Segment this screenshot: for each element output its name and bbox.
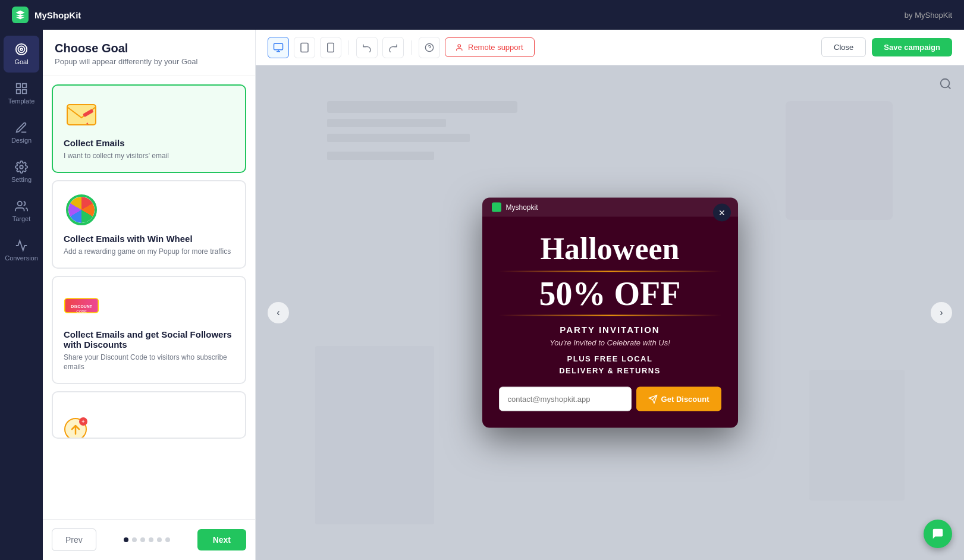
main-layout: Goal Template Design Setting <box>0 30 964 560</box>
svg-rect-5 <box>17 90 20 93</box>
popup-header-bar: Myshopkit <box>482 198 738 217</box>
redo-button[interactable] <box>382 37 404 58</box>
goal-desc-win-wheel: Add a rewarding game on my Popup for mor… <box>64 247 234 257</box>
app-title: MyShopKit <box>34 10 81 20</box>
goal-title-discounts: Collect Emails and get Social Followers … <box>64 329 234 350</box>
next-button[interactable]: Next <box>197 529 246 550</box>
sidebar-item-goal-label: Goal <box>14 58 28 65</box>
goal-list: Collect Emails I want to collect my visi… <box>43 75 255 519</box>
sidebar-item-conversion-label: Conversion <box>5 254 38 262</box>
svg-rect-21 <box>328 43 334 52</box>
help-button[interactable] <box>419 37 440 58</box>
prev-button[interactable]: Prev <box>52 528 96 551</box>
preview-arrow-left[interactable]: ‹ <box>268 302 289 323</box>
dot-4 <box>149 537 153 542</box>
remote-support-button[interactable]: Remote support <box>445 37 535 57</box>
sidebar-item-target[interactable]: Target <box>4 193 39 229</box>
popup-title: Halloween <box>499 231 721 266</box>
popup-modal: Myshopkit ✕ Halloween 50% OFF PARTY INVI… <box>482 198 738 428</box>
win-wheel-icon <box>64 192 99 228</box>
dot-1 <box>124 537 128 542</box>
sidebar-item-design-label: Design <box>11 137 32 144</box>
goal-desc-discounts: Share your Discount Code to visitors who… <box>64 353 234 373</box>
svg-point-1 <box>18 46 25 53</box>
popup-cta-button[interactable]: Get Discount <box>636 387 721 411</box>
close-button[interactable]: Close <box>821 37 866 57</box>
goal-card-win-wheel[interactable]: Collect Emails with Win Wheel Add a rewa… <box>52 180 246 269</box>
dot-2 <box>132 537 137 542</box>
preview-area: ‹ › Myshopkit ✕ Halloween 50% OFF <box>256 65 964 560</box>
remote-support-label: Remote support <box>468 43 523 52</box>
svg-rect-4 <box>23 84 26 87</box>
svg-rect-3 <box>17 84 20 87</box>
undo-button[interactable] <box>356 37 378 58</box>
svg-rect-19 <box>301 43 308 52</box>
save-campaign-button[interactable]: Save campaign <box>872 38 952 56</box>
goal-title-collect-emails: Collect Emails <box>64 138 234 148</box>
popup-brand-logo <box>492 203 501 212</box>
mobile-view-button[interactable] <box>320 37 341 58</box>
popup-delivery: PLUS FREE LOCALDELIVERY & RETURNS <box>499 353 721 376</box>
sidebar-item-conversion[interactable]: Conversion <box>4 232 39 269</box>
svg-rect-9 <box>67 105 96 125</box>
panel-title: Choose Goal <box>55 42 243 55</box>
topbar: MyShopKit by MyShopKit <box>0 0 964 30</box>
left-panel: Choose Goal Popup will appear differentl… <box>43 30 256 560</box>
tablet-view-button[interactable] <box>294 37 315 58</box>
svg-point-2 <box>20 48 23 51</box>
svg-text:DISCOUNT: DISCOUNT <box>71 304 93 309</box>
svg-rect-6 <box>23 90 26 93</box>
popup-divider-bottom <box>499 315 721 316</box>
sidebar-item-target-label: Target <box>12 215 31 222</box>
popup-content: Halloween 50% OFF PARTY INVITATION You'r… <box>482 217 738 428</box>
goal-card-discounts[interactable]: DISCOUNT CODE Collect Emails and get Soc… <box>52 276 246 385</box>
sidebar-nav: Goal Template Design Setting <box>0 30 43 560</box>
toolbar-left: Remote support <box>268 37 535 58</box>
popup-divider-top <box>499 271 721 272</box>
svg-point-8 <box>18 202 22 206</box>
goal-title-win-wheel: Collect Emails with Win Wheel <box>64 234 234 244</box>
sidebar-item-setting[interactable]: Setting <box>4 153 39 190</box>
dot-3 <box>140 537 145 542</box>
pagination-dots <box>124 537 170 542</box>
right-area: Remote support Close Save campaign <box>256 30 964 560</box>
collect-emails-icon <box>64 96 99 132</box>
svg-point-7 <box>20 165 23 169</box>
dot-6 <box>165 537 170 542</box>
sidebar-item-design[interactable]: Design <box>4 114 39 151</box>
svg-text:CODE: CODE <box>76 310 86 313</box>
popup-desc: You're Invited to Celebrate with Us! <box>499 338 721 347</box>
panel-subtitle: Popup will appear differently by your Go… <box>55 57 243 66</box>
desktop-view-button[interactable] <box>268 37 289 58</box>
discount-icon: DISCOUNT CODE <box>64 288 99 323</box>
toolbar-right: Close Save campaign <box>821 37 952 57</box>
popup-brand-name: Myshopkit <box>506 203 538 212</box>
svg-point-25 <box>458 44 461 47</box>
popup-discount: 50% OFF <box>499 277 721 310</box>
svg-point-26 <box>941 79 950 88</box>
dot-5 <box>157 537 162 542</box>
logo-icon <box>12 7 29 23</box>
sidebar-item-template[interactable]: Template <box>4 75 39 112</box>
topbar-byline: by MyShopKit <box>905 11 952 20</box>
popup-email-input[interactable] <box>499 387 632 411</box>
chat-bubble-button[interactable] <box>924 520 952 548</box>
popup-close-button[interactable]: ✕ <box>713 204 731 222</box>
goal-card-collect-emails[interactable]: Collect Emails I want to collect my visi… <box>52 84 246 173</box>
sidebar-item-setting-label: Setting <box>11 176 32 183</box>
preview-arrow-right[interactable]: › <box>931 302 952 323</box>
svg-rect-16 <box>274 43 283 50</box>
popup-subtitle: PARTY INVITATION <box>499 325 721 335</box>
popup-cta-label: Get Discount <box>661 395 709 404</box>
left-panel-footer: Prev Next <box>43 519 255 560</box>
svg-line-27 <box>948 86 950 89</box>
left-panel-header: Choose Goal Popup will appear differentl… <box>43 30 255 75</box>
topbar-left: MyShopKit <box>12 7 81 23</box>
preview-search-icon[interactable] <box>939 77 952 93</box>
sidebar-item-goal[interactable]: Goal <box>4 36 39 73</box>
toolbar-divider-2 <box>411 40 412 55</box>
sidebar-item-template-label: Template <box>8 97 35 105</box>
toolbar-divider-1 <box>348 40 349 55</box>
goal-desc-collect-emails: I want to collect my visitors' email <box>64 151 234 161</box>
goal-card-extra[interactable]: + <box>52 391 246 439</box>
